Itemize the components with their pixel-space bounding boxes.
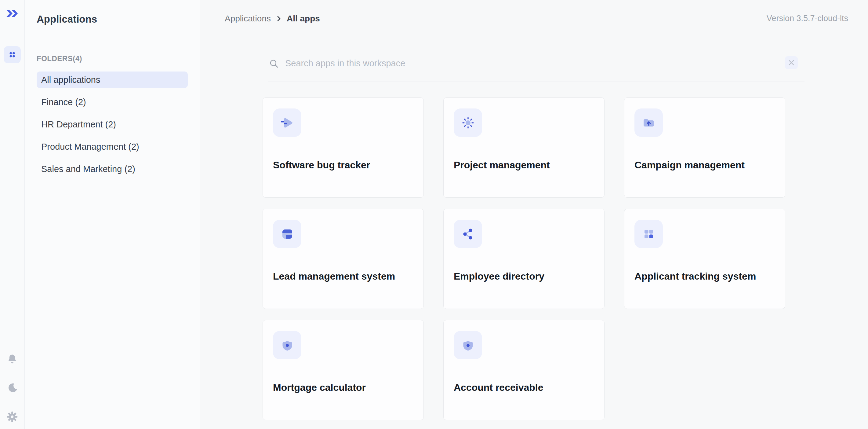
breadcrumb-applications[interactable]: Applications <box>225 14 271 24</box>
apps-grid-icon <box>7 50 18 60</box>
app-name: Employee directory <box>454 270 545 282</box>
chevron-right-icon <box>275 15 282 22</box>
app-icon-tile <box>273 220 301 248</box>
shield-icon <box>279 337 295 353</box>
close-icon <box>785 57 798 69</box>
app-card-account-receivable[interactable]: Account receivable <box>443 320 604 420</box>
app-name: Account receivable <box>454 382 543 393</box>
folder-item-all-applications[interactable]: All applications <box>37 72 188 88</box>
breadcrumb: Applications All apps <box>225 14 320 24</box>
folder-item-product-management[interactable]: Product Management (2) <box>37 138 188 155</box>
moon-icon[interactable] <box>6 382 18 394</box>
shield-icon <box>460 337 476 353</box>
search-bar <box>268 56 805 82</box>
folder-item-label: HR Department (2) <box>41 119 116 130</box>
applications-nav-button[interactable] <box>4 46 21 63</box>
gear-icon[interactable] <box>6 410 19 423</box>
sun-icon <box>460 115 476 131</box>
folder-item-sales-and-marketing[interactable]: Sales and Marketing (2) <box>37 161 188 177</box>
app-card-lead-management-system[interactable]: Lead management system <box>262 209 424 309</box>
folder-item-label: Product Management (2) <box>41 142 139 152</box>
app-icon-tile <box>273 331 301 359</box>
main-header: Applications All apps Version 3.5.7-clou… <box>200 0 868 37</box>
app-name: Lead management system <box>273 270 395 282</box>
app-icon-tile <box>634 220 663 248</box>
main-area: Applications All apps Version 3.5.7-clou… <box>200 0 868 429</box>
apps-grid: Software bug tracker Project managemen <box>262 97 868 420</box>
grid-icon <box>641 226 657 242</box>
sidebar-title: Applications <box>37 13 200 25</box>
folders-sidebar: Applications FOLDERS(4) All applications… <box>25 0 200 429</box>
breadcrumb-all-apps: All apps <box>287 14 320 24</box>
app-name: Campaign management <box>634 159 745 171</box>
app-icon-tile <box>634 109 663 137</box>
app-card-project-management[interactable]: Project management <box>443 97 604 198</box>
folder-item-hr-department[interactable]: HR Department (2) <box>37 116 188 133</box>
send-icon <box>279 115 295 131</box>
folder-list: All applications Finance (2) HR Departme… <box>37 72 188 177</box>
search-icon <box>268 58 280 70</box>
app-icon-tile <box>454 109 482 137</box>
folder-upload-icon <box>641 115 657 131</box>
app-name: Software bug tracker <box>273 159 370 171</box>
app-card-campaign-management[interactable]: Campaign management <box>624 97 785 198</box>
clear-search-button[interactable] <box>785 56 798 69</box>
folder-item-finance[interactable]: Finance (2) <box>37 94 188 110</box>
folder-item-label: Sales and Marketing (2) <box>41 164 135 174</box>
icon-rail <box>0 0 25 429</box>
app-name: Mortgage calculator <box>273 382 366 393</box>
folders-heading: FOLDERS(4) <box>37 54 200 63</box>
app-card-software-bug-tracker[interactable]: Software bug tracker <box>262 97 424 198</box>
brand-logo-icon[interactable] <box>6 8 19 19</box>
app-name: Applicant tracking system <box>634 270 756 282</box>
app-icon-tile <box>454 220 482 248</box>
app-card-mortgage-calculator[interactable]: Mortgage calculator <box>262 320 424 420</box>
share-icon <box>460 226 476 242</box>
folder-item-label: All applications <box>41 75 100 85</box>
app-window: Applications FOLDERS(4) All applications… <box>0 0 868 429</box>
app-icon-tile <box>454 331 482 359</box>
folder-item-label: Finance (2) <box>41 97 86 107</box>
rail-bottom-icons <box>0 353 24 423</box>
app-card-employee-directory[interactable]: Employee directory <box>443 209 604 309</box>
app-name: Project management <box>454 159 550 171</box>
bell-icon[interactable] <box>6 353 18 365</box>
search-input[interactable] <box>285 56 780 70</box>
app-card-applicant-tracking-system[interactable]: Applicant tracking system <box>624 209 785 309</box>
version-label: Version 3.5.7-cloud-lts <box>767 14 848 23</box>
app-window-icon <box>279 226 295 242</box>
app-icon-tile <box>273 109 301 137</box>
